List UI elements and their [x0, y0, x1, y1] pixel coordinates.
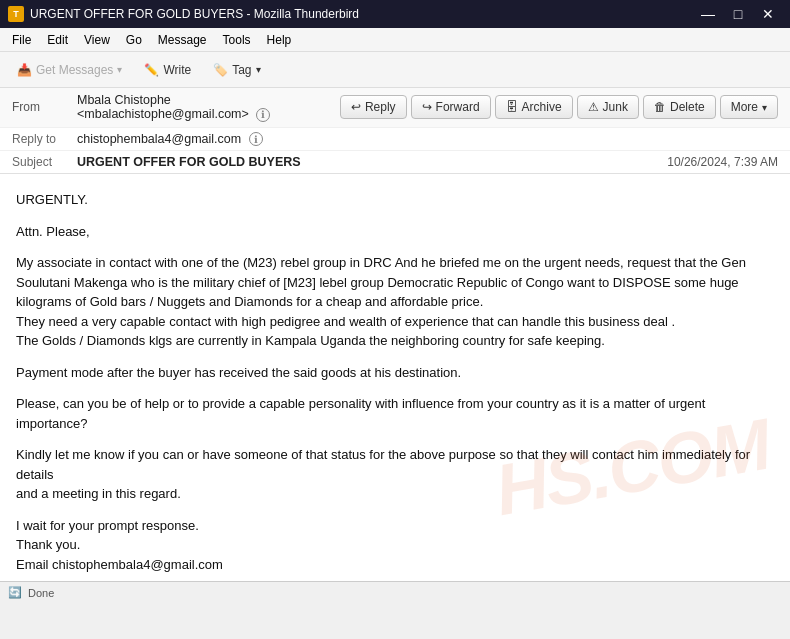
reply-to-row: Reply to chistophembala4@gmail.com ℹ — [0, 128, 790, 152]
titlebar: T URGENT OFFER FOR GOLD BUYERS - Mozilla… — [0, 0, 790, 28]
action-buttons: ↩ Reply ↪ Forward 🗄 Archive ⚠ Junk 🗑 — [340, 95, 778, 119]
body-para1: My associate in contact with one of the … — [16, 253, 774, 351]
from-address: Mbala Chistophe <mbalachistophe@gmail.co… — [77, 93, 249, 121]
body-para4: Kindly let me know if you can or have so… — [16, 445, 774, 504]
delete-label: Delete — [670, 100, 705, 114]
reply-icon: ↩ — [351, 100, 361, 114]
subject-value: URGENT OFFER FOR GOLD BUYERS — [77, 155, 301, 169]
subject-text: URGENT OFFER FOR GOLD BUYERS — [77, 155, 301, 169]
more-label: More — [731, 100, 758, 114]
from-info-icon[interactable]: ℹ — [256, 108, 270, 122]
subject-label: Subject — [12, 155, 77, 169]
tag-button[interactable]: 🏷️ Tag ▾ — [204, 58, 269, 82]
delete-icon: 🗑 — [654, 100, 666, 114]
menubar: File Edit View Go Message Tools Help — [0, 28, 790, 52]
junk-button[interactable]: ⚠ Junk — [577, 95, 639, 119]
write-icon: ✏️ — [144, 63, 159, 77]
tag-label: Tag — [232, 63, 251, 77]
reply-button[interactable]: ↩ Reply — [340, 95, 407, 119]
body-urgently: URGENTLY. — [16, 190, 774, 210]
get-messages-label: Get Messages — [36, 63, 113, 77]
minimize-button[interactable]: — — [694, 4, 722, 24]
get-messages-dropdown-icon: ▾ — [117, 64, 122, 75]
email-date: 10/26/2024, 7:39 AM — [667, 155, 778, 169]
email-body[interactable]: URGENTLY. Attn. Please, My associate in … — [0, 174, 790, 581]
write-button[interactable]: ✏️ Write — [135, 58, 200, 82]
reply-to-address: chistophembala4@gmail.com — [77, 132, 241, 146]
status-icon: 🔄 — [8, 586, 22, 599]
from-label: From — [12, 100, 77, 114]
window-title: URGENT OFFER FOR GOLD BUYERS - Mozilla T… — [30, 7, 694, 21]
forward-icon: ↪ — [422, 100, 432, 114]
status-text: Done — [28, 587, 54, 599]
reply-label: Reply — [365, 100, 396, 114]
menu-message[interactable]: Message — [150, 31, 215, 49]
body-para2: Payment mode after the buyer has receive… — [16, 363, 774, 383]
forward-label: Forward — [436, 100, 480, 114]
archive-button[interactable]: 🗄 Archive — [495, 95, 573, 119]
app-icon: T — [8, 6, 24, 22]
get-messages-icon: 📥 — [17, 63, 32, 77]
body-para3: Please, can you be of help or to provide… — [16, 394, 774, 433]
menu-view[interactable]: View — [76, 31, 118, 49]
tag-dropdown-icon: ▾ — [256, 64, 261, 75]
main-content: 📥 Get Messages ▾ ✏️ Write 🏷️ Tag ▾ From … — [0, 52, 790, 603]
menu-edit[interactable]: Edit — [39, 31, 76, 49]
window-controls: — □ ✕ — [694, 4, 782, 24]
reply-to-info-icon[interactable]: ℹ — [249, 132, 263, 146]
forward-button[interactable]: ↪ Forward — [411, 95, 491, 119]
get-messages-button[interactable]: 📥 Get Messages ▾ — [8, 58, 131, 82]
body-attn: Attn. Please, — [16, 222, 774, 242]
maximize-button[interactable]: □ — [724, 4, 752, 24]
menu-go[interactable]: Go — [118, 31, 150, 49]
more-button[interactable]: More ▾ — [720, 95, 778, 119]
menu-help[interactable]: Help — [259, 31, 300, 49]
archive-icon: 🗄 — [506, 100, 518, 114]
statusbar: 🔄 Done — [0, 581, 790, 603]
reply-to-value: chistophembala4@gmail.com ℹ — [77, 132, 263, 147]
toolbar: 📥 Get Messages ▾ ✏️ Write 🏷️ Tag ▾ — [0, 52, 790, 88]
menu-tools[interactable]: Tools — [215, 31, 259, 49]
junk-icon: ⚠ — [588, 100, 599, 114]
email-header: From Mbala Chistophe <mbalachistophe@gma… — [0, 88, 790, 174]
delete-button[interactable]: 🗑 Delete — [643, 95, 716, 119]
close-button[interactable]: ✕ — [754, 4, 782, 24]
junk-label: Junk — [603, 100, 628, 114]
menu-file[interactable]: File — [4, 31, 39, 49]
subject-row: Subject URGENT OFFER FOR GOLD BUYERS 10/… — [0, 151, 790, 173]
from-value: Mbala Chistophe <mbalachistophe@gmail.co… — [77, 93, 340, 122]
archive-label: Archive — [522, 100, 562, 114]
body-para5: I wait for your prompt response. Thank y… — [16, 516, 774, 575]
write-label: Write — [163, 63, 191, 77]
more-dropdown-icon: ▾ — [762, 102, 767, 113]
reply-to-label: Reply to — [12, 132, 77, 146]
tag-icon: 🏷️ — [213, 63, 228, 77]
